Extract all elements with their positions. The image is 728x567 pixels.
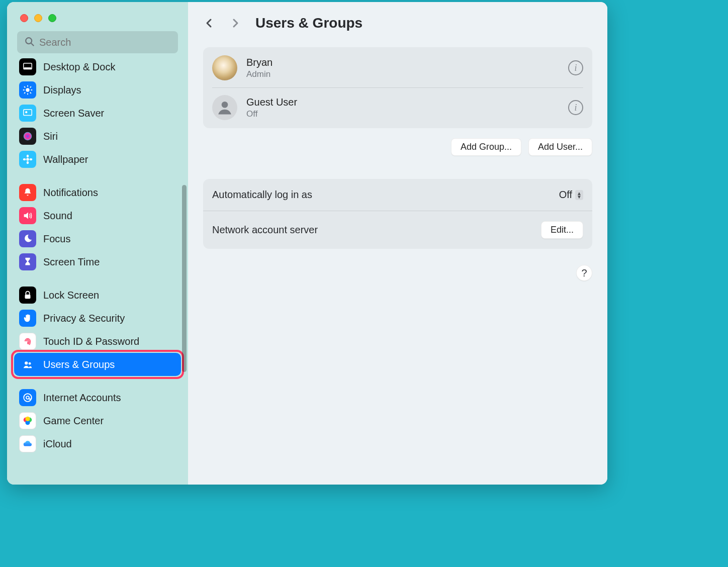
- sidebar-item-label: Desktop & Dock: [43, 61, 115, 73]
- sidebar-item-displays[interactable]: Displays: [14, 78, 181, 102]
- button-row: Add Group... Add User...: [203, 138, 592, 156]
- users-panel: Bryan Admin i Guest User Off i: [203, 47, 592, 128]
- svg-point-0: [26, 38, 32, 44]
- sidebar-item-label: Lock Screen: [43, 290, 99, 301]
- cloud-icon: [19, 435, 36, 452]
- user-role: Admin: [246, 69, 559, 79]
- svg-line-1: [31, 43, 34, 46]
- sidebar-item-lock-screen[interactable]: Lock Screen: [14, 284, 181, 307]
- sidebar-item-desktop-dock[interactable]: Desktop & Dock: [14, 57, 181, 78]
- sun-icon: [19, 81, 36, 99]
- close-window-button[interactable]: [20, 14, 28, 22]
- minimize-window-button[interactable]: [34, 14, 42, 22]
- help-button[interactable]: ?: [576, 265, 592, 281]
- sidebar-item-label: Users & Groups: [43, 359, 115, 370]
- forward-button[interactable]: [229, 17, 241, 29]
- at-icon: [19, 389, 36, 406]
- back-button[interactable]: [203, 17, 215, 29]
- sidebar-item-label: Privacy & Security: [43, 313, 125, 324]
- info-icon[interactable]: i: [568, 60, 583, 75]
- svg-point-23: [29, 362, 31, 365]
- sidebar-item-label: Touch ID & Password: [43, 336, 139, 347]
- popup-value-text: Off: [559, 189, 572, 201]
- sidebar-item-screen-saver[interactable]: Screen Saver: [14, 102, 181, 125]
- user-name: Guest User: [246, 97, 559, 108]
- svg-point-29: [25, 417, 30, 421]
- svg-point-4: [26, 88, 29, 91]
- screensaver-icon: [19, 105, 36, 122]
- user-row[interactable]: Bryan Admin i: [203, 48, 592, 87]
- fingerprint-icon: [19, 333, 36, 350]
- setting-label: Network account server: [212, 224, 318, 236]
- avatar: [212, 55, 237, 80]
- sound-icon: [19, 207, 36, 224]
- auto-login-row: Automatically log in as Off ▲▼: [203, 179, 592, 211]
- svg-point-15: [24, 132, 32, 141]
- info-icon[interactable]: i: [568, 100, 583, 115]
- sidebar-item-privacy-security[interactable]: Privacy & Security: [14, 307, 181, 330]
- sidebar-item-label: Wallpaper: [43, 154, 88, 165]
- sidebar-item-label: Displays: [43, 84, 81, 96]
- svg-rect-13: [24, 110, 32, 116]
- settings-panel: Automatically log in as Off ▲▼ Network a…: [203, 179, 592, 249]
- add-group-button[interactable]: Add Group...: [451, 138, 521, 156]
- search-wrap: [7, 31, 188, 57]
- header: Users & Groups: [203, 11, 592, 35]
- scrollbar-thumb[interactable]: [182, 185, 187, 372]
- flower-icon: [19, 151, 36, 168]
- sidebar-item-screen-time[interactable]: Screen Time: [14, 250, 181, 273]
- siri-icon: [19, 128, 36, 145]
- chevron-up-down-icon: ▲▼: [575, 190, 583, 200]
- sidebar-item-touch-id-password[interactable]: Touch ID & Password: [14, 330, 181, 353]
- auto-login-popup[interactable]: Off ▲▼: [559, 189, 583, 201]
- sidebar-item-label: Internet Accounts: [43, 392, 121, 404]
- svg-point-22: [25, 361, 28, 364]
- users-icon: [19, 356, 36, 373]
- setting-label: Automatically log in as: [212, 189, 312, 201]
- sidebar-item-label: Notifications: [43, 187, 98, 199]
- edit-button[interactable]: Edit...: [541, 221, 583, 239]
- sidebar-list: Desktop & DockDisplaysScreen SaverSiriWa…: [7, 57, 188, 462]
- svg-point-30: [222, 102, 228, 108]
- user-meta: Guest User Off: [246, 97, 559, 119]
- sidebar-scroll: Desktop & DockDisplaysScreen SaverSiriWa…: [7, 57, 188, 485]
- sidebar-item-label: Screen Time: [43, 256, 100, 268]
- sidebar-item-game-center[interactable]: Game Center: [14, 409, 181, 432]
- lock-icon: [19, 287, 36, 304]
- svg-point-14: [25, 111, 27, 113]
- sidebar-item-focus[interactable]: Focus: [14, 227, 181, 250]
- zoom-window-button[interactable]: [48, 14, 56, 22]
- svg-point-18: [27, 161, 29, 164]
- sidebar-item-sound[interactable]: Sound: [14, 204, 181, 227]
- svg-line-9: [24, 86, 25, 87]
- svg-rect-3: [25, 68, 31, 69]
- page-title: Users & Groups: [255, 15, 362, 31]
- sidebar-item-label: Screen Saver: [43, 108, 104, 119]
- hourglass-icon: [19, 253, 36, 270]
- add-user-button[interactable]: Add User...: [528, 138, 592, 156]
- svg-point-16: [26, 158, 29, 161]
- user-name: Bryan: [246, 57, 559, 68]
- svg-point-19: [23, 158, 26, 160]
- sidebar-item-users-groups[interactable]: Users & Groups: [14, 353, 181, 376]
- search-input[interactable]: [17, 31, 178, 53]
- sidebar-item-label: Game Center: [43, 415, 104, 427]
- sidebar-item-notifications[interactable]: Notifications: [14, 181, 181, 204]
- sidebar-item-label: Focus: [43, 233, 70, 245]
- traffic-lights: [7, 10, 188, 31]
- dock-icon: [19, 58, 36, 75]
- settings-window: Desktop & DockDisplaysScreen SaverSiriWa…: [7, 2, 607, 485]
- sidebar-item-wallpaper[interactable]: Wallpaper: [14, 148, 181, 171]
- user-row[interactable]: Guest User Off i: [212, 87, 583, 127]
- search-icon: [24, 36, 35, 47]
- user-meta: Bryan Admin: [246, 57, 559, 79]
- svg-point-20: [30, 158, 32, 160]
- moon-icon: [19, 230, 36, 247]
- user-role: Off: [246, 109, 559, 119]
- sidebar-item-internet-accounts[interactable]: Internet Accounts: [14, 386, 181, 409]
- svg-line-10: [30, 92, 31, 93]
- sidebar-item-icloud[interactable]: iCloud: [14, 432, 181, 455]
- sidebar-item-label: Sound: [43, 210, 72, 222]
- sidebar-item-label: iCloud: [43, 438, 72, 450]
- sidebar-item-siri[interactable]: Siri: [14, 125, 181, 148]
